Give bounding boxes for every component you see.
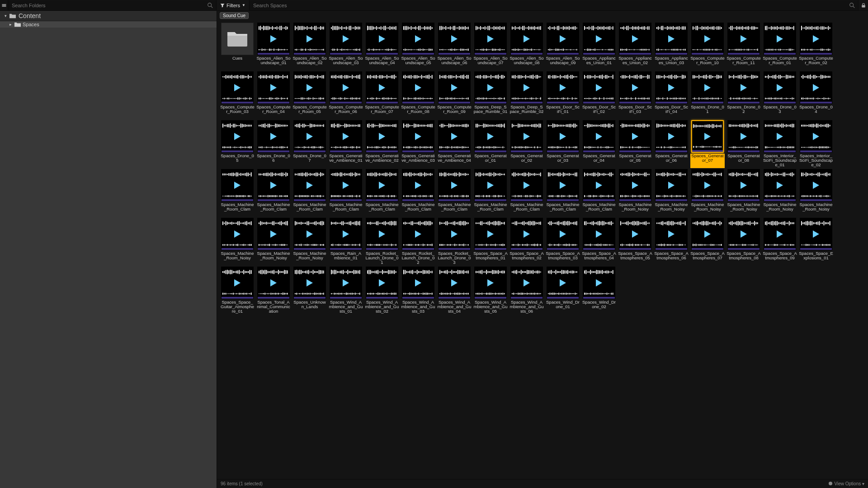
sound-cue-asset[interactable]: Spaces_Generative_Ambience_01: [328, 120, 363, 168]
play-icon[interactable]: [343, 84, 349, 91]
sound-cue-asset[interactable]: Spaces_Machine_Room_Clam: [437, 169, 472, 217]
sound-cue-asset[interactable]: Spaces_Generator_04: [581, 120, 617, 168]
play-icon[interactable]: [524, 35, 530, 42]
play-icon[interactable]: [560, 84, 566, 91]
play-icon[interactable]: [668, 133, 675, 140]
sound-cue-asset[interactable]: Spaces_Wind_Ambience_and_Gusts_04: [437, 267, 472, 314]
play-icon[interactable]: [813, 182, 819, 189]
play-icon[interactable]: [560, 230, 566, 238]
sound-cue-asset[interactable]: Spaces_Machine_Room_Clam: [256, 169, 291, 217]
play-icon[interactable]: [632, 182, 638, 189]
sound-cue-asset[interactable]: Spaces_Rocket_Launch_Drone_03: [437, 218, 472, 266]
sound-cue-asset[interactable]: Spaces_Door_SciFi_04: [654, 71, 689, 119]
play-icon[interactable]: [741, 230, 747, 238]
sound-cue-asset[interactable]: Spaces_Alien_Soundscape_07: [473, 23, 508, 70]
play-icon[interactable]: [270, 230, 277, 238]
sound-cue-asset[interactable]: Spaces_Drone_05: [220, 120, 255, 168]
play-icon[interactable]: [777, 182, 783, 189]
sound-cue-asset[interactable]: Spaces_Deep_Space_Rumble_02: [509, 71, 544, 119]
sound-cue-asset[interactable]: Spaces_Wind_Ambience_and_Gusts_03: [401, 267, 436, 314]
sound-cue-asset[interactable]: Spaces_Machine_Room_Clam: [509, 169, 544, 217]
sound-cue-asset[interactable]: Spaces_Space_Atmospheres_04: [581, 218, 617, 266]
view-options-button[interactable]: View Options ▾: [829, 481, 864, 486]
sound-cue-asset[interactable]: Spaces_Machine_Room_Clam: [220, 169, 255, 217]
play-icon[interactable]: [741, 35, 747, 42]
sound-cue-asset[interactable]: Spaces_Drone_04: [798, 71, 834, 119]
play-icon[interactable]: [632, 133, 638, 140]
play-icon[interactable]: [777, 35, 783, 42]
play-icon[interactable]: [307, 35, 313, 42]
sound-cue-asset[interactable]: Spaces_Space_Atmospheres_06: [654, 218, 689, 266]
sound-cue-asset[interactable]: Spaces_Machine_Room_Noisy: [292, 218, 327, 266]
play-icon[interactable]: [813, 230, 819, 238]
search-assets-input[interactable]: [250, 0, 858, 10]
sound-cue-asset[interactable]: Spaces_Deep_Space_Rumble_01: [473, 71, 508, 119]
breadcrumb-filter-tag[interactable]: Sound Cue: [220, 12, 249, 19]
content-root[interactable]: ▾ Content: [0, 11, 217, 21]
sound-cue-asset[interactable]: Spaces_Computer_Room_02: [798, 23, 834, 70]
sound-cue-asset[interactable]: Spaces_Alien_Soundscape_06: [437, 23, 472, 70]
play-icon[interactable]: [415, 230, 421, 238]
play-icon[interactable]: [379, 35, 385, 42]
play-icon[interactable]: [451, 279, 458, 286]
folder-item[interactable]: Cues: [220, 23, 255, 70]
sound-cue-asset[interactable]: Spaces_Appliances_Union_02: [618, 23, 653, 70]
sound-cue-asset[interactable]: Spaces_Machine_Room_Noisy: [256, 218, 291, 266]
sound-cue-asset[interactable]: Spaces_Drone_02: [726, 71, 761, 119]
sound-cue-asset[interactable]: Spaces_Drone_03: [762, 71, 797, 119]
sound-cue-asset[interactable]: Spaces_Door_SciFi_02: [581, 71, 617, 119]
sound-cue-asset[interactable]: Spaces_Rocket_Launch_Drone_02: [401, 218, 436, 266]
play-icon[interactable]: [234, 133, 241, 140]
sound-cue-asset[interactable]: Spaces_Generator_06: [654, 120, 689, 168]
play-icon[interactable]: [307, 230, 313, 238]
sound-cue-asset[interactable]: Spaces_Alien_Soundscape_01: [256, 23, 291, 70]
play-icon[interactable]: [379, 84, 385, 91]
play-icon[interactable]: [596, 182, 602, 189]
play-icon[interactable]: [704, 230, 711, 238]
play-icon[interactable]: [379, 182, 385, 189]
sound-cue-asset[interactable]: Spaces_Alien_Soundscape_04: [364, 23, 400, 70]
sound-cue-asset[interactable]: Spaces_Generator_07: [690, 120, 725, 168]
sound-cue-asset[interactable]: Spaces_Generator_01: [473, 120, 508, 168]
play-icon[interactable]: [343, 182, 349, 189]
sound-cue-asset[interactable]: Spaces_Interior_SciFi_Soundscape_02: [798, 120, 834, 168]
sound-cue-asset[interactable]: Spaces_Space_Atmospheres_05: [618, 218, 653, 266]
play-icon[interactable]: [668, 230, 675, 238]
sound-cue-asset[interactable]: Spaces_Machine_Room_Noisy: [654, 169, 689, 217]
play-icon[interactable]: [596, 133, 602, 140]
play-icon[interactable]: [415, 84, 421, 91]
sound-cue-asset[interactable]: Spaces_Generative_Ambience_02: [364, 120, 400, 168]
play-icon[interactable]: [632, 35, 638, 42]
sound-cue-asset[interactable]: Spaces_Machine_Room_Noisy: [726, 169, 761, 217]
play-icon[interactable]: [379, 230, 385, 238]
sound-cue-asset[interactable]: Spaces_Drone_06: [256, 120, 291, 168]
play-icon[interactable]: [270, 84, 277, 91]
play-icon[interactable]: [451, 182, 458, 189]
sound-cue-asset[interactable]: Spaces_Generative_Ambience_04: [437, 120, 472, 168]
tree-folder-spaces[interactable]: ▸ Spaces: [0, 21, 217, 28]
play-icon[interactable]: [487, 35, 494, 42]
play-icon[interactable]: [415, 35, 421, 42]
play-icon[interactable]: [487, 279, 494, 286]
play-icon[interactable]: [668, 84, 675, 91]
play-icon[interactable]: [704, 84, 711, 91]
filters-button[interactable]: Filters ▼: [216, 0, 250, 10]
sound-cue-asset[interactable]: Spaces_Generator_02: [509, 120, 544, 168]
play-icon[interactable]: [668, 35, 675, 42]
sound-cue-asset[interactable]: Spaces_Drone_07: [292, 120, 327, 168]
sound-cue-asset[interactable]: Spaces_Unknown_Lands: [292, 267, 327, 314]
play-icon[interactable]: [415, 133, 421, 140]
play-icon[interactable]: [379, 279, 385, 286]
sound-cue-asset[interactable]: Spaces_Door_SciFi_01: [545, 71, 580, 119]
sound-cue-asset[interactable]: Spaces_Drone_01: [690, 71, 725, 119]
sound-cue-asset[interactable]: Spaces_Space_Atmospheres_07: [690, 218, 725, 266]
sound-cue-asset[interactable]: Spaces_Appliances_Union_01: [581, 23, 617, 70]
play-icon[interactable]: [524, 182, 530, 189]
play-icon[interactable]: [524, 84, 530, 91]
play-icon[interactable]: [560, 133, 566, 140]
sound-cue-asset[interactable]: Spaces_Machine_Room_Clam: [364, 169, 400, 217]
sound-cue-asset[interactable]: Spaces_Space_Atmospheres_08: [726, 218, 761, 266]
sound-cue-asset[interactable]: Spaces_Machine_Room_Clam: [545, 169, 580, 217]
sound-cue-asset[interactable]: Spaces_Wind_Drone_01: [545, 267, 580, 314]
sound-cue-asset[interactable]: Spaces_Generative_Ambience_03: [401, 120, 436, 168]
